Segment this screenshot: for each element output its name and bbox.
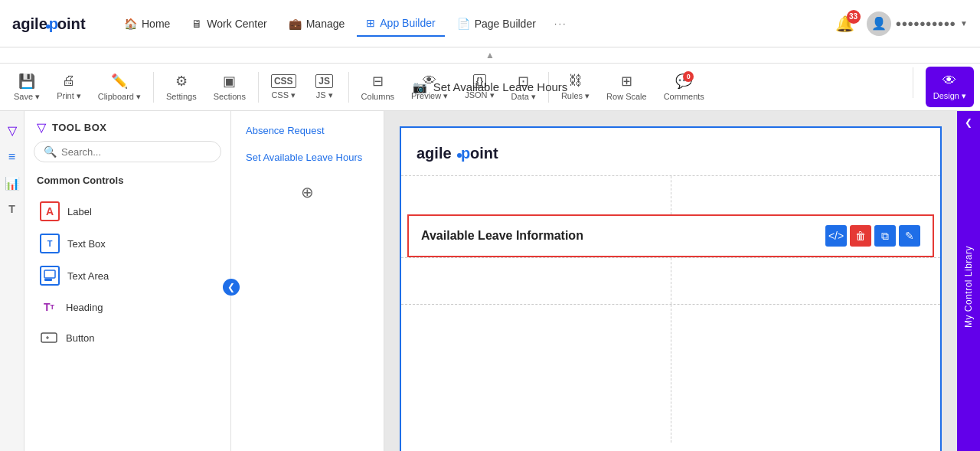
save-icon: 💾 bbox=[18, 73, 35, 90]
nav-app-builder[interactable]: ⊞ App Builder bbox=[357, 11, 444, 37]
panel-arrow-icon: ❮ bbox=[965, 117, 972, 128]
canvas-bottom-row bbox=[401, 304, 940, 443]
row-scale-label: Row Scale bbox=[606, 92, 647, 101]
section-edit-button[interactable]: ✎ bbox=[899, 225, 920, 247]
label-item-text: Label bbox=[67, 206, 92, 217]
toolbar-items: 💾 Save ▾ 🖨 Print ▾ ✏️ Clipboard ▾ ⚙ Sett… bbox=[6, 67, 712, 108]
svg-text:agile: agile bbox=[416, 145, 452, 162]
search-box: 🔍 bbox=[34, 141, 221, 162]
form-canvas[interactable]: agile p oint Available Leave Inf bbox=[400, 126, 942, 451]
canvas-mid-row bbox=[401, 257, 940, 304]
design-area: 👁 Design ▾ bbox=[910, 67, 974, 107]
logo-svg: agile p oint bbox=[12, 10, 96, 38]
js-button[interactable]: JS JS ▾ bbox=[305, 68, 344, 106]
canvas-cell-mid-left[interactable] bbox=[401, 258, 671, 304]
print-label: Print ▾ bbox=[57, 91, 81, 101]
search-input[interactable] bbox=[61, 146, 211, 158]
svg-text:p: p bbox=[461, 145, 470, 162]
toolbox: ▽ TOOL BOX 🔍 Common Controls A Label T T… bbox=[24, 111, 231, 451]
canvas-cell-top-right[interactable] bbox=[401, 176, 671, 214]
section-delete-button[interactable]: 🗑 bbox=[850, 225, 871, 247]
toolbox-item-heading[interactable]: TT Heading bbox=[24, 292, 230, 322]
canvas-cell-mid-right[interactable] bbox=[671, 258, 941, 304]
canvas-area[interactable]: agile p oint Available Leave Inf bbox=[384, 111, 957, 451]
columns-icon: ⊟ bbox=[372, 73, 384, 90]
user-name: ●●●●●●●●●● bbox=[896, 18, 956, 29]
print-button[interactable]: 🖨 Print ▾ bbox=[49, 67, 89, 107]
briefcase-icon: 💼 bbox=[289, 18, 302, 30]
divider-1 bbox=[153, 72, 154, 103]
divider-3 bbox=[348, 72, 349, 103]
nav-app-builder-label: App Builder bbox=[380, 17, 435, 29]
toolbar-title-text: Set Available Leave Hours bbox=[433, 80, 568, 93]
monitor-icon: 🖥 bbox=[191, 18, 202, 30]
sidebar-filter-icon[interactable]: ▽ bbox=[2, 117, 23, 144]
nav-home[interactable]: 🏠 Home bbox=[115, 11, 179, 36]
add-page-button[interactable]: ⊕ bbox=[231, 177, 384, 208]
canvas-cell-bottom-left[interactable] bbox=[401, 305, 671, 443]
css-icon: CSS bbox=[271, 74, 296, 88]
toolbox-item-textarea[interactable]: Text Area bbox=[24, 260, 230, 292]
textarea-icon bbox=[40, 266, 60, 286]
sections-label: Sections bbox=[214, 92, 246, 101]
toolbox-filter-icon: ▽ bbox=[37, 120, 46, 135]
row-scale-button[interactable]: ⊞ Row Scale bbox=[599, 67, 655, 107]
nav-manage-label: Manage bbox=[306, 18, 345, 30]
toolbar-title: 📷 Set Available Leave Hours bbox=[413, 80, 568, 94]
more-button[interactable]: ··· bbox=[548, 11, 573, 35]
toolbar-chevron: ▲ bbox=[0, 47, 980, 64]
section-copy-button[interactable]: ⧉ bbox=[874, 225, 896, 247]
settings-button[interactable]: ⚙ Settings bbox=[158, 67, 204, 107]
search-icon: 🔍 bbox=[44, 145, 57, 158]
design-label: Design ▾ bbox=[933, 91, 966, 101]
css-button[interactable]: CSS CSS ▾ bbox=[263, 68, 304, 106]
toolbox-item-label[interactable]: A Label bbox=[24, 195, 230, 227]
heading-icon: TT bbox=[40, 298, 58, 316]
sidebar-list-icon[interactable]: ≡ bbox=[2, 144, 21, 170]
canvas-logo-svg: agile p oint bbox=[416, 140, 516, 165]
sections-button[interactable]: ▣ Sections bbox=[206, 67, 253, 107]
clipboard-icon: ✏️ bbox=[111, 73, 128, 90]
toolbox-header: ▽ TOOL BOX bbox=[24, 111, 230, 141]
page-item-set-leave-hours[interactable]: Set Available Leave Hours bbox=[231, 144, 384, 171]
sections-icon: ▣ bbox=[223, 73, 236, 90]
section-title: Available Leave Information bbox=[421, 229, 583, 243]
toolbox-collapse-arrow[interactable]: ❮ bbox=[223, 279, 240, 296]
section-actions: </> 🗑 ⧉ ✎ bbox=[825, 225, 920, 247]
comments-button[interactable]: 💬 0 Comments bbox=[656, 67, 712, 107]
logo[interactable]: agile p oint bbox=[12, 10, 96, 38]
canvas-cell-top-left[interactable] bbox=[671, 176, 941, 214]
sidebar-left: ▽ ≡ 📊 T bbox=[0, 111, 24, 451]
section-code-button[interactable]: </> bbox=[825, 225, 847, 247]
nav-manage[interactable]: 💼 Manage bbox=[279, 11, 354, 36]
comments-label: Comments bbox=[664, 92, 704, 101]
save-button[interactable]: 💾 Save ▾ bbox=[6, 67, 47, 108]
textbox-icon: T bbox=[40, 234, 60, 253]
common-controls-title: Common Controls bbox=[24, 168, 230, 192]
main-layout: ▽ ≡ 📊 T ▽ TOOL BOX 🔍 Common Controls A L… bbox=[0, 111, 980, 451]
toolbox-item-button[interactable]: Button bbox=[24, 322, 230, 353]
pages-list: Absence Request Set Available Leave Hour… bbox=[231, 111, 384, 177]
notification-button[interactable]: 🔔 33 bbox=[832, 11, 858, 36]
page-item-absence-request[interactable]: Absence Request bbox=[231, 117, 384, 144]
clipboard-button[interactable]: ✏️ Clipboard ▾ bbox=[90, 67, 149, 108]
home-icon: 🏠 bbox=[124, 18, 137, 30]
heading-item-text: Heading bbox=[66, 302, 103, 313]
textbox-item-text: Text Box bbox=[67, 238, 106, 250]
design-button[interactable]: 👁 Design ▾ bbox=[926, 67, 974, 107]
camera-icon: 📷 bbox=[413, 80, 427, 94]
button-item-text: Button bbox=[66, 332, 95, 344]
svg-rect-4 bbox=[44, 270, 55, 278]
user-menu[interactable]: 👤 ●●●●●●●●●● ▼ bbox=[867, 11, 968, 36]
pages-panel: Absence Request Set Available Leave Hour… bbox=[231, 111, 384, 451]
my-control-library-panel[interactable]: ❮ My Control Library bbox=[957, 111, 980, 451]
js-icon: JS bbox=[315, 74, 333, 88]
nav-work-center[interactable]: 🖥 Work Center bbox=[182, 11, 276, 36]
sidebar-t-icon[interactable]: T bbox=[2, 197, 21, 221]
columns-button[interactable]: ⊟ Columns bbox=[354, 67, 402, 107]
sidebar-chart-icon[interactable]: 📊 bbox=[0, 170, 26, 197]
nav-page-builder[interactable]: 📄 Page Builder bbox=[448, 11, 545, 36]
canvas-cell-bottom-right[interactable] bbox=[671, 305, 941, 443]
toolbox-item-textbox[interactable]: T Text Box bbox=[24, 227, 230, 260]
selected-section[interactable]: Available Leave Information </> 🗑 ⧉ ✎ bbox=[407, 214, 934, 257]
